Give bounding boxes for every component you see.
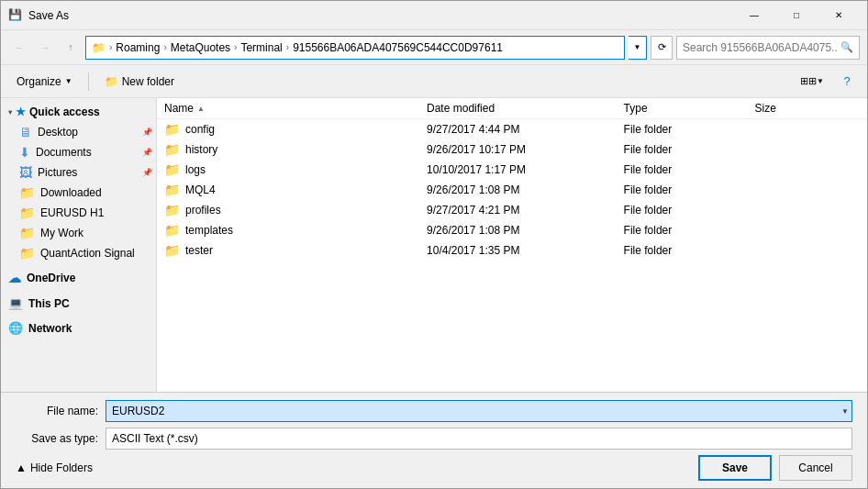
quickaccess-section: ▾ ★ Quick access 🖥 Desktop 📌 ⬇ Documents… [1,102,156,263]
new-folder-label: New folder [122,75,174,88]
window-icon: 💾 [8,8,23,23]
file-name-config: 📁 config [164,122,427,137]
savetype-select[interactable]: ASCII Text (*.csv) [106,428,852,450]
sidebar-item-desktop[interactable]: 🖥 Desktop 📌 [1,122,156,142]
pin-icon-pictures: 📌 [142,168,152,177]
quickaccess-header[interactable]: ▾ ★ Quick access [1,102,156,122]
filename-input[interactable] [106,400,852,422]
sidebar-documents-label: Documents [36,146,92,159]
sidebar-item-pictures[interactable]: 🖼 Pictures 📌 [1,162,156,183]
file-type-logs: File folder [624,163,755,176]
hide-folders-label: Hide Folders [30,461,93,474]
network-header[interactable]: 🌐 Network [1,317,156,339]
sidebar-item-downloaded[interactable]: 📁 Downloaded [1,183,156,203]
view-button[interactable]: ⊞⊞ ▼ [794,69,830,94]
file-list-header: Name ▲ Date modified Type Size [157,98,867,119]
column-name[interactable]: Name ▲ [164,102,427,115]
hide-chevron: ▲ [16,461,27,474]
path-sep-2: › [163,42,166,52]
search-input[interactable] [683,41,837,54]
filename-logs: logs [185,163,206,176]
file-name-logs: 📁 logs [164,162,427,177]
new-folder-button[interactable]: 📁 New folder [96,69,183,94]
path-sep-3: › [234,42,237,52]
thispc-header[interactable]: 💻 This PC [1,293,156,314]
sidebar-item-documents[interactable]: ⬇ Documents 📌 [1,142,156,162]
filename-tester: tester [185,244,213,257]
address-bar: ← → ↑ 📁 › Roaming › MetaQuotes › Termina… [1,30,867,65]
folder-icon-logs: 📁 [164,162,180,177]
table-row[interactable]: 📁 profiles 9/27/2017 4:21 PM File folder [157,200,867,220]
filename-templates: templates [185,224,233,237]
mywork-icon: 📁 [19,226,35,240]
address-dropdown-button[interactable]: ▼ [629,36,647,60]
savetype-input-wrapper: ASCII Text (*.csv) [106,428,852,450]
close-button[interactable]: ✕ [818,1,860,30]
file-name-templates: 📁 templates [164,223,427,238]
organize-label: Organize [17,75,61,88]
column-type[interactable]: Type [624,102,755,115]
sidebar-item-quantaction[interactable]: 📁 QuantAction Signal [1,243,156,263]
network-icon: 🌐 [8,321,23,335]
file-date-logs: 10/10/2017 1:17 PM [427,163,624,176]
column-size-label: Size [755,102,776,115]
onedrive-section: ☁ OneDrive [1,267,156,289]
hide-folders-link[interactable]: ▲ Hide Folders [16,461,691,474]
refresh-button[interactable]: ⟳ [651,36,673,60]
save-button[interactable]: Save [698,455,772,481]
path-guid[interactable]: 915566BA06ADA407569C544CC0D97611 [293,41,503,54]
organize-button[interactable]: Organize ▼ [8,69,81,94]
path-sep-4: › [286,42,289,52]
up-button[interactable]: ↑ [60,37,82,59]
folder-icon-config: 📁 [164,122,180,137]
filename-row: File name: ▼ [16,400,852,422]
column-date[interactable]: Date modified [427,102,624,115]
sidebar-mywork-label: My Work [40,227,83,239]
path-terminal[interactable]: Terminal [240,41,282,54]
onedrive-label: OneDrive [27,272,75,284]
sidebar-item-mywork[interactable]: 📁 My Work [1,223,156,243]
forward-button[interactable]: → [34,37,56,59]
address-path[interactable]: 📁 › Roaming › MetaQuotes › Terminal › 91… [85,36,625,60]
file-date-tester: 10/4/2017 1:35 PM [427,244,624,257]
table-row[interactable]: 📁 config 9/27/2017 4:44 PM File folder [157,119,867,139]
path-metaquotes[interactable]: MetaQuotes [171,41,230,54]
folder-icon-history: 📁 [164,142,180,157]
file-type-history: File folder [624,143,755,156]
sort-arrow: ▲ [197,105,205,113]
onedrive-header[interactable]: ☁ OneDrive [1,267,156,289]
maximize-button[interactable]: □ [775,1,818,30]
network-label: Network [28,322,72,335]
table-row[interactable]: 📁 MQL4 9/26/2017 1:08 PM File folder [157,180,867,200]
file-name-profiles: 📁 profiles [164,203,427,217]
pictures-icon: 🖼 [19,165,32,180]
search-box[interactable]: 🔍 [676,36,860,60]
network-section: 🌐 Network [1,317,156,339]
sidebar-item-eurusd[interactable]: 📁 EURUSD H1 [1,203,156,223]
file-date-mql4: 9/26/2017 1:08 PM [427,183,624,196]
column-name-label: Name [164,102,194,115]
folder-icon-tester: 📁 [164,243,180,258]
filename-profiles: profiles [185,204,221,217]
savetype-row: Save as type: ASCII Text (*.csv) [16,428,852,450]
table-row[interactable]: 📁 history 9/26/2017 10:17 PM File folder [157,139,867,160]
filename-mql4: MQL4 [185,183,216,196]
pin-icon-desktop: 📌 [142,128,152,137]
filename-input-wrapper: ▼ [106,400,852,422]
view-arrow: ▼ [817,77,824,85]
title-bar: 💾 Save As — □ ✕ [1,1,867,30]
table-row[interactable]: 📁 templates 9/26/2017 1:08 PM File folde… [157,220,867,240]
organize-arrow: ▼ [65,77,72,85]
onedrive-icon: ☁ [8,271,21,285]
minimize-button[interactable]: — [733,1,775,30]
table-row[interactable]: 📁 logs 10/10/2017 1:17 PM File folder [157,160,867,180]
column-size[interactable]: Size [755,102,860,115]
cancel-button[interactable]: Cancel [779,455,852,481]
path-roaming[interactable]: Roaming [116,41,160,54]
table-row[interactable]: 📁 tester 10/4/2017 1:35 PM File folder [157,240,867,261]
help-button[interactable]: ? [834,69,860,94]
back-button[interactable]: ← [8,37,30,59]
pin-icon-documents: 📌 [142,148,152,157]
path-icon: 📁 [92,41,106,54]
thispc-label: This PC [28,297,70,310]
